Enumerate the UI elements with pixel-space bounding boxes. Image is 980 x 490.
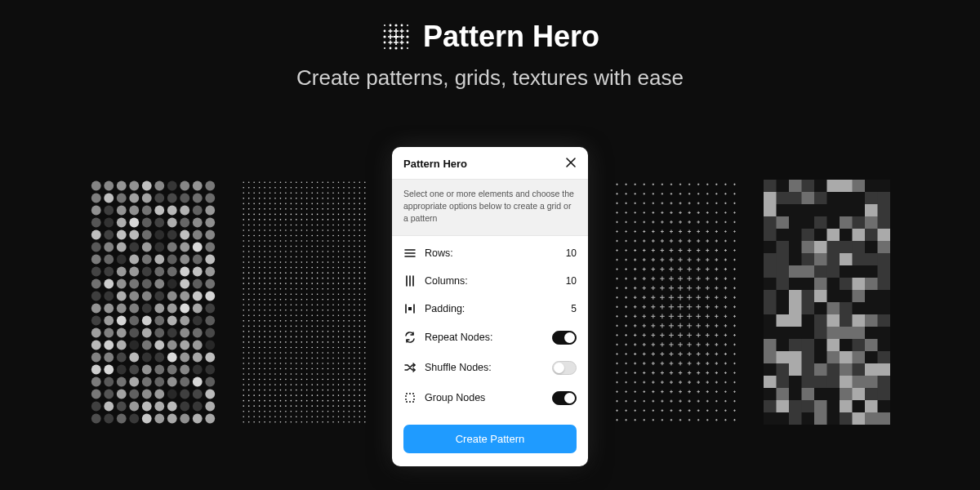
- svg-point-1140: [306, 384, 308, 385]
- svg-point-203: [180, 402, 189, 412]
- svg-rect-1388: [840, 253, 853, 266]
- svg-point-1131: [259, 384, 261, 385]
- svg-point-1024: [327, 358, 329, 359]
- rows-value[interactable]: 10: [554, 247, 577, 259]
- svg-point-1285: [311, 416, 313, 417]
- svg-rect-1488: [840, 376, 853, 389]
- svg-point-1128: [243, 384, 244, 385]
- svg-point-1037: [270, 363, 271, 364]
- svg-point-783: [322, 304, 323, 305]
- svg-rect-1392: [764, 265, 777, 278]
- svg-point-670: [359, 278, 361, 279]
- group-toggle[interactable]: [552, 391, 577, 405]
- svg-point-610: [296, 267, 297, 269]
- svg-rect-1433: [777, 314, 790, 327]
- svg-point-221: [270, 181, 271, 183]
- svg-point-529: [248, 251, 250, 252]
- svg-point-1158: [274, 390, 276, 391]
- svg-point-757: [311, 299, 313, 301]
- svg-point-780: [306, 304, 308, 305]
- svg-point-857: [332, 320, 334, 322]
- svg-point-798: [274, 310, 276, 311]
- svg-point-772: [264, 304, 265, 305]
- svg-rect-1470: [865, 351, 878, 364]
- svg-point-906: [338, 331, 340, 332]
- brand-name: Pattern Hero: [423, 20, 599, 54]
- svg-point-511: [280, 246, 282, 247]
- svg-point-797: [270, 310, 271, 311]
- svg-point-132: [167, 316, 177, 326]
- svg-point-397: [311, 219, 313, 220]
- svg-point-1050: [338, 363, 340, 364]
- svg-rect-1462: [764, 351, 777, 364]
- svg-point-533: [270, 251, 271, 252]
- create-pattern-button[interactable]: Create Pattern: [403, 425, 577, 453]
- svg-point-1112: [285, 379, 287, 381]
- svg-point-893: [270, 331, 271, 332]
- svg-point-1120: [327, 379, 329, 381]
- svg-rect-1512: [764, 412, 777, 425]
- columns-value[interactable]: 10: [554, 275, 577, 287]
- svg-point-383: [364, 214, 366, 216]
- svg-rect-1439: [853, 314, 866, 327]
- svg-point-173: [180, 365, 189, 375]
- svg-point-907: [343, 331, 345, 332]
- svg-point-850: [296, 320, 297, 322]
- svg-point-232: [327, 181, 329, 183]
- svg-point-424: [327, 225, 329, 226]
- svg-point-776: [285, 304, 287, 305]
- svg-point-124: [193, 304, 203, 314]
- svg-point-1150: [359, 384, 361, 385]
- shuffle-toggle[interactable]: [552, 361, 577, 375]
- svg-point-30: [142, 194, 152, 203]
- svg-point-463: [280, 235, 282, 237]
- rows-label: Rows:: [425, 247, 546, 259]
- svg-point-1154: [253, 390, 255, 391]
- svg-point-944: [285, 341, 287, 343]
- svg-point-1290: [338, 416, 340, 417]
- svg-point-98: [117, 279, 127, 289]
- svg-point-609: [291, 267, 292, 269]
- repeat-toggle[interactable]: [552, 331, 577, 345]
- svg-rect-1338: [840, 192, 853, 205]
- svg-point-990: [274, 352, 276, 354]
- svg-point-162: [167, 353, 177, 363]
- svg-point-1213: [311, 400, 313, 402]
- svg-point-1189: [311, 394, 313, 396]
- svg-point-180: [142, 377, 152, 387]
- svg-point-1173: [354, 390, 355, 391]
- svg-point-899: [301, 331, 302, 332]
- svg-point-581: [270, 261, 271, 263]
- padding-value[interactable]: 5: [554, 303, 577, 314]
- svg-point-927: [322, 336, 323, 338]
- svg-point-452: [349, 229, 350, 231]
- svg-point-1286: [317, 416, 318, 417]
- svg-point-489: [291, 240, 292, 242]
- svg-point-599: [364, 261, 366, 263]
- svg-rect-1413: [777, 290, 790, 303]
- hero-title: Pattern Hero: [0, 0, 980, 54]
- svg-point-445: [311, 229, 313, 231]
- close-icon[interactable]: [565, 157, 577, 171]
- svg-point-226: [296, 181, 297, 183]
- svg-point-427: [343, 225, 345, 226]
- svg-rect-1500: [865, 388, 878, 401]
- svg-point-589: [311, 261, 313, 263]
- svg-point-941: [270, 341, 271, 343]
- svg-point-1105: [248, 379, 250, 381]
- svg-point-233: [332, 181, 334, 183]
- svg-point-35: [205, 194, 215, 203]
- svg-point-1040: [285, 363, 287, 364]
- svg-point-52: [167, 218, 177, 228]
- svg-point-671: [364, 278, 366, 279]
- svg-point-78: [117, 255, 127, 265]
- svg-point-1095: [322, 373, 323, 375]
- svg-point-387: [259, 219, 261, 220]
- svg-point-279: [322, 193, 323, 194]
- svg-point-348: [306, 208, 308, 210]
- svg-rect-1367: [827, 229, 840, 242]
- svg-point-76: [91, 255, 101, 265]
- svg-point-283: [343, 193, 345, 194]
- svg-point-1164: [306, 390, 308, 391]
- svg-rect-1357: [827, 216, 840, 229]
